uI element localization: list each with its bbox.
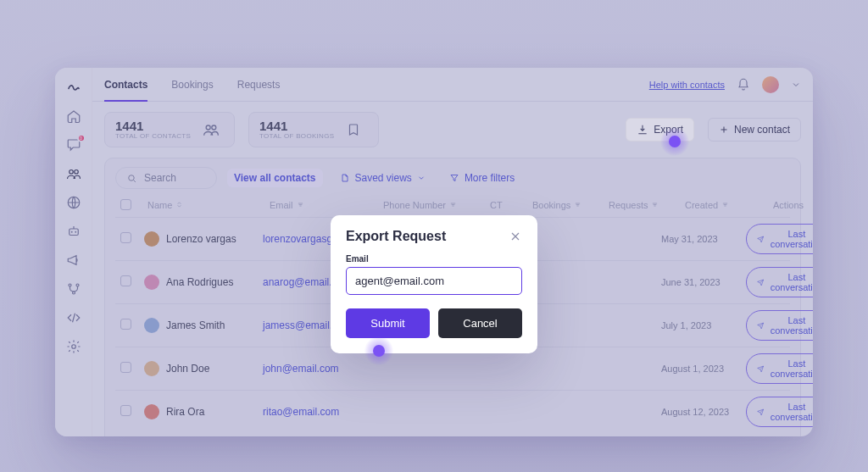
close-icon[interactable] [509, 230, 522, 243]
email-field-label: Email [346, 254, 522, 264]
export-modal: Export Request Email Submit Cancel [331, 215, 537, 353]
submit-button[interactable]: Submit [346, 308, 430, 338]
modal-title: Export Request [346, 229, 446, 244]
email-field[interactable] [346, 267, 522, 295]
cancel-button[interactable]: Cancel [438, 308, 522, 338]
